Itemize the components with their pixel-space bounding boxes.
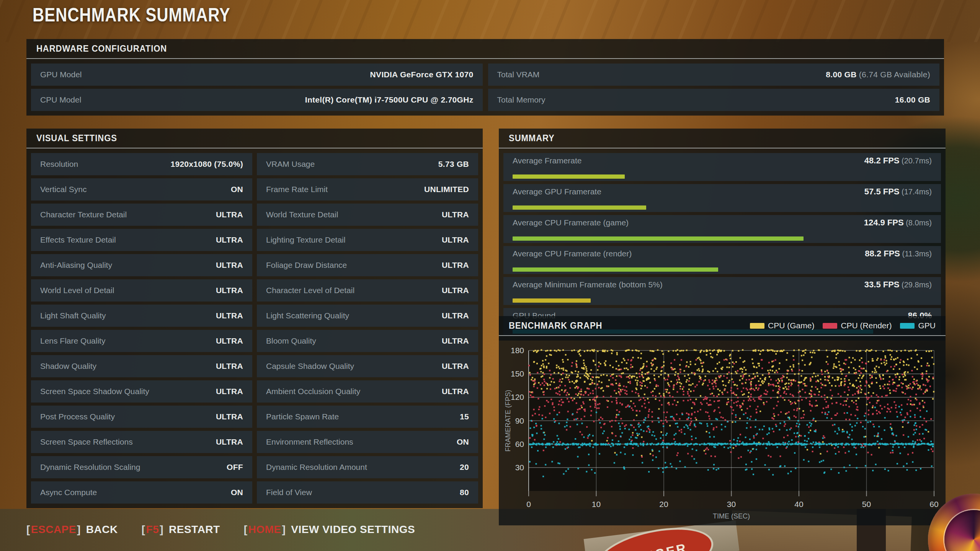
legend-item: GPU <box>900 321 936 330</box>
visual-setting-row: Shadow QualityULTRA <box>31 355 252 377</box>
visual-setting-row: Dynamic Resolution Amount20 <box>257 456 478 478</box>
key-name: HOME <box>248 523 281 536</box>
visual-setting-row: Screen Space Shadow QualityULTRA <box>31 380 252 403</box>
hardware-configuration-header: HARDWARE CONFIGURATION <box>26 39 944 59</box>
visual-setting-value: ULTRA <box>442 387 469 396</box>
visual-setting-value: ULTRA <box>442 210 469 219</box>
legend-label: CPU (Game) <box>768 321 814 330</box>
visual-setting-value: ULTRA <box>216 261 243 270</box>
visual-setting-row: Anti-Aliasing QualityULTRA <box>31 254 252 276</box>
hardware-label: GPU Model <box>40 70 82 79</box>
hardware-label: Total Memory <box>497 95 546 104</box>
benchmark-graph-title: BENCHMARK GRAPH <box>509 320 602 331</box>
visual-setting-label: Light Scattering Quality <box>266 311 349 320</box>
summary-panel: SUMMARY Average Framerate48.2 FPS (20.7m… <box>499 129 946 341</box>
visual-setting-row: Character Level of DetailULTRA <box>257 279 478 302</box>
visual-setting-value: ULTRA <box>216 286 243 295</box>
key-action-label: VIEW VIDEO SETTINGS <box>291 523 415 536</box>
visual-setting-label: Resolution <box>40 160 78 169</box>
bracket-close: ] <box>77 523 81 536</box>
summary-value: 48.2 FPS (20.7ms) <box>864 156 932 166</box>
key-name: ESCAPE <box>31 523 76 536</box>
visual-setting-row: Resolution1920x1080 (75.0%) <box>31 153 252 175</box>
legend-swatch <box>823 323 837 329</box>
summary-row: Average GPU Framerate57.5 FPS (17.4ms) <box>503 184 941 212</box>
visual-setting-value: ULTRA <box>216 336 243 346</box>
visual-setting-row: VRAM Usage5.73 GB <box>257 153 478 175</box>
visual-setting-value: ULTRA <box>442 261 469 270</box>
key-hint-f5[interactable]: [F5]RESTART <box>142 523 220 536</box>
visual-settings-title: VISUAL SETTINGS <box>36 133 117 143</box>
summary-value-ms: (17.4ms) <box>900 187 932 196</box>
key-hint-escape[interactable]: [ESCAPE]BACK <box>26 523 118 536</box>
visual-setting-label: Ambient Occlusion Quality <box>266 387 360 396</box>
summary-label: Average CPU Framerate (game) <box>513 218 629 227</box>
summary-label: Average CPU Framerate (render) <box>513 249 632 258</box>
benchmark-summary-screen: EQUIPMENT DANGER BENCHMARK SUMMARY HARDW… <box>0 0 980 551</box>
visual-setting-label: Effects Texture Detail <box>40 235 116 245</box>
visual-setting-value: 20 <box>460 463 469 472</box>
visual-setting-label: Anti-Aliasing Quality <box>40 261 112 270</box>
summary-bar <box>513 205 646 210</box>
x-tick-label: 0 <box>526 500 531 509</box>
summary-row-top: Average Minimum Framerate (bottom 5%)33.… <box>513 280 932 290</box>
visual-setting-row: Light Scattering QualityULTRA <box>257 305 478 327</box>
visual-setting-row: Screen Space ReflectionsULTRA <box>31 431 252 453</box>
legend-swatch <box>750 323 764 329</box>
visual-setting-value: 80 <box>460 488 469 497</box>
visual-setting-label: Character Level of Detail <box>266 286 354 295</box>
visual-setting-label: Light Shaft Quality <box>40 311 106 320</box>
x-tick-label: 40 <box>794 500 803 509</box>
legend-swatch <box>900 323 915 329</box>
visual-setting-row: Environment ReflectionsON <box>257 431 478 453</box>
visual-settings-panel: VISUAL SETTINGS Resolution1920x1080 (75.… <box>26 129 483 508</box>
bracket-close: ] <box>160 523 163 536</box>
hardware-configuration-panel: HARDWARE CONFIGURATION GPU ModelNVIDIA G… <box>26 39 944 116</box>
visual-setting-value: ULTRA <box>442 235 469 245</box>
visual-setting-row: World Level of DetailULTRA <box>31 279 252 302</box>
visual-setting-label: Capsule Shadow Quality <box>266 362 354 371</box>
summary-row: Average CPU Framerate (render)88.2 FPS (… <box>503 246 941 274</box>
y-axis-title: FRAMERATE (FPS) <box>504 390 512 452</box>
visual-setting-row: Particle Spawn Rate15 <box>257 406 478 428</box>
summary-label: Average Minimum Framerate (bottom 5%) <box>513 280 663 289</box>
visual-setting-label: Character Texture Detail <box>40 210 127 219</box>
hardware-row: CPU ModelIntel(R) Core(TM) i7-7500U CPU … <box>31 89 483 111</box>
legend-item: CPU (Render) <box>823 321 892 330</box>
visual-setting-row: Frame Rate LimitUNLIMITED <box>257 178 478 201</box>
visual-setting-value: ULTRA <box>442 336 469 346</box>
hardware-value: Intel(R) Core(TM) i7-7500U CPU @ 2.70GHz <box>305 95 474 104</box>
x-tick-label: 60 <box>929 500 938 509</box>
summary-row: Average CPU Framerate (game)124.9 FPS (8… <box>503 215 941 243</box>
summary-bar <box>513 174 625 179</box>
summary-label: Average GPU Framerate <box>513 187 601 196</box>
summary-row-top: Average GPU Framerate57.5 FPS (17.4ms) <box>513 187 932 197</box>
summary-value: 33.5 FPS (29.8ms) <box>864 280 932 290</box>
visual-setting-label: World Texture Detail <box>266 210 338 219</box>
danger-sign-text: DANGER <box>621 540 689 551</box>
hardware-label: Total VRAM <box>497 70 540 79</box>
hardware-value: 8.00 GB (6.74 GB Available) <box>826 70 930 79</box>
visual-settings-rows: Resolution1920x1080 (75.0%)VRAM Usage5.7… <box>26 148 483 508</box>
benchmark-graph-panel: BENCHMARK GRAPH CPU (Game)CPU (Render)GP… <box>499 316 946 525</box>
hardware-configuration-title: HARDWARE CONFIGURATION <box>36 43 167 54</box>
visual-setting-label: Shadow Quality <box>40 362 96 371</box>
summary-title: SUMMARY <box>509 133 555 143</box>
visual-setting-label: Async Compute <box>40 488 97 497</box>
key-hint-home[interactable]: [HOME]VIEW VIDEO SETTINGS <box>244 523 415 536</box>
legend-label: CPU (Render) <box>841 321 892 330</box>
hardware-value: NVIDIA GeForce GTX 1070 <box>370 70 474 79</box>
visual-setting-label: VRAM Usage <box>266 160 315 169</box>
hardware-value-extra: (6.74 GB Available) <box>857 70 930 79</box>
bracket-open: [ <box>244 523 248 536</box>
summary-label: Average Framerate <box>513 156 582 165</box>
visual-setting-row: Effects Texture DetailULTRA <box>31 229 252 251</box>
visual-setting-row: Character Texture DetailULTRA <box>31 204 252 226</box>
visual-setting-label: Dynamic Resolution Amount <box>266 463 367 472</box>
summary-rows: Average Framerate48.2 FPS (20.7ms)Averag… <box>499 148 946 341</box>
legend-label: GPU <box>918 321 936 330</box>
visual-setting-value: ULTRA <box>216 437 243 447</box>
visual-setting-value: ULTRA <box>216 235 243 245</box>
y-tick-label: 30 <box>515 463 524 472</box>
y-tick-label: 180 <box>511 346 524 355</box>
